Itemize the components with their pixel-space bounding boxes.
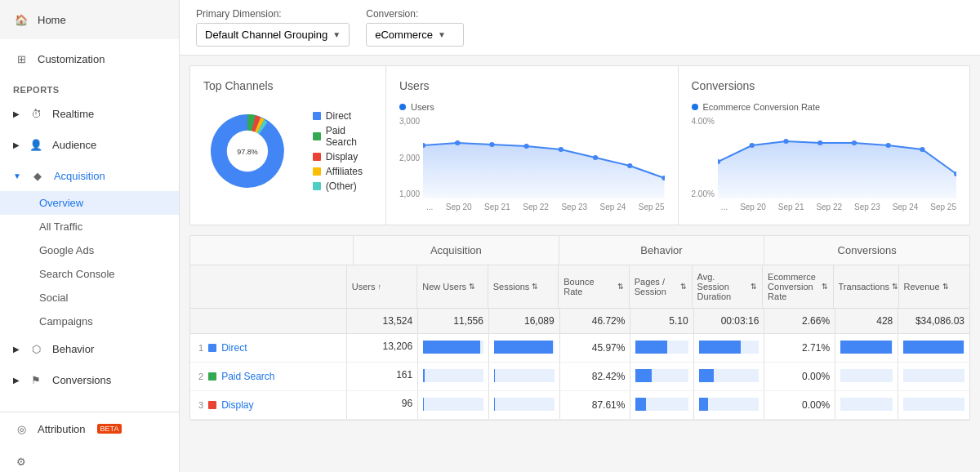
legend-label-affiliates: Affiliates xyxy=(326,166,363,177)
col-h-conversion-rate[interactable]: Ecommerce Conversion Rate ⇅ xyxy=(763,265,833,308)
sidebar-item-behavior[interactable]: ▶ ⬡ Behavior xyxy=(0,333,179,364)
conversion-group: Conversion: eCommerce ▼ xyxy=(366,8,464,47)
users-dot xyxy=(399,104,406,110)
sort-conversion-icon: ⇅ xyxy=(822,283,828,291)
conversions-dot xyxy=(692,104,698,110)
sidebar-item-realtime[interactable]: ▶ ⏱ Realtime xyxy=(0,98,179,129)
x-label-sep23: Sep 23 xyxy=(561,203,587,212)
total-conversion: 2.66% xyxy=(764,309,835,333)
col-h-avg-session[interactable]: Avg. Session Duration ⇅ xyxy=(693,265,763,308)
legend-dot-paid-search xyxy=(313,132,321,140)
channel-cell-paid-search: 2 Paid Search xyxy=(190,363,347,390)
col-bounce-label: Bounce Rate xyxy=(564,277,614,296)
direct-bounce: 45.97% xyxy=(560,334,631,362)
legend-dot-affiliates xyxy=(313,167,321,176)
sort-avg-icon: ⇅ xyxy=(751,283,757,291)
conversion-dropdown[interactable]: eCommerce ▼ xyxy=(366,23,464,47)
channel-link-paid-search[interactable]: Paid Search xyxy=(221,371,274,382)
col-h-new-users[interactable]: New Users ⇅ xyxy=(417,265,488,308)
sidebar-sub-search-console[interactable]: Search Console xyxy=(0,262,179,286)
svg-point-6 xyxy=(523,144,528,149)
total-transactions: 428 xyxy=(835,309,898,333)
col-users-label: Users xyxy=(352,282,376,292)
direct-avg-bar xyxy=(694,334,765,362)
sidebar-item-conversions[interactable]: ▶ ⚑ Conversions xyxy=(0,364,179,395)
sort-sessions-icon: ⇅ xyxy=(532,283,538,291)
col-h-users[interactable]: Users ↑ xyxy=(347,265,417,308)
conversions-svg-wrapper: ... Sep 20 Sep 21 Sep 22 Sep 23 Sep 24 S… xyxy=(718,117,956,212)
col-sessions-label: Sessions xyxy=(493,282,530,292)
table-column-headers: Users ↑ New Users ⇅ Sessions ⇅ Bounce Ra… xyxy=(190,265,969,309)
users-chart-panel: Users Users 3,000 2,000 1,000 xyxy=(386,66,679,225)
col-h-revenue[interactable]: Revenue ⇅ xyxy=(899,265,969,308)
col-h-sessions[interactable]: Sessions ⇅ xyxy=(488,265,559,308)
sidebar-sub-google-ads[interactable]: Google Ads xyxy=(0,238,179,262)
chevron-right-icon-conversions: ▶ xyxy=(13,376,20,385)
col-h-transactions[interactable]: Transactions ⇅ xyxy=(834,265,899,308)
x-label-sep25: Sep 25 xyxy=(639,203,665,212)
dimension-dropdown[interactable]: Default Channel Grouping ▼ xyxy=(196,23,350,47)
display-users: 96 xyxy=(347,391,418,419)
sidebar-item-audience[interactable]: ▶ 👤 Audience xyxy=(0,129,179,160)
users-chart-content: 3,000 2,000 1,000 xyxy=(399,117,665,212)
table-section-headers: Acquisition Behavior Conversions xyxy=(190,236,969,265)
sort-bounce-icon: ⇅ xyxy=(617,283,624,291)
audience-icon: 👤 xyxy=(28,136,44,153)
paid-search-new-users-bar xyxy=(418,363,489,390)
channel-link-display[interactable]: Display xyxy=(221,399,253,411)
svg-point-15 xyxy=(852,140,857,145)
users-y-axis: 3,000 2,000 1,000 xyxy=(399,117,420,198)
rank-display: 3 xyxy=(198,400,203,410)
paid-search-users: 161 xyxy=(347,363,418,390)
conversions-section-header: Conversions xyxy=(764,236,969,265)
chevron-right-icon-behavior: ▶ xyxy=(13,345,20,354)
channel-link-direct[interactable]: Direct xyxy=(221,342,247,354)
acquisition-icon: ◆ xyxy=(29,167,46,184)
col-revenue-label: Revenue xyxy=(904,282,940,292)
svg-point-16 xyxy=(885,143,890,148)
total-users: 13,524 xyxy=(347,309,418,333)
x-label-sep22: Sep 22 xyxy=(523,203,549,212)
cx-label-dots: ... xyxy=(721,203,728,212)
acquisition-label: Acquisition xyxy=(54,170,105,182)
display-transactions-bar xyxy=(835,391,898,419)
sidebar-sub-all-traffic[interactable]: All Traffic xyxy=(0,215,179,238)
svg-point-14 xyxy=(817,140,822,145)
sidebar-item-acquisition[interactable]: ▼ ◆ Acquisition xyxy=(0,160,179,191)
dropdown-arrow-icon: ▼ xyxy=(332,30,341,39)
direct-users: 13,206 xyxy=(347,334,418,362)
sidebar-item-settings[interactable]: ⚙ xyxy=(0,445,179,472)
legend-display: Display xyxy=(313,151,372,163)
col-h-pages[interactable]: Pages / Session ⇅ xyxy=(630,265,693,308)
svg-point-4 xyxy=(455,140,460,145)
sidebar-sub-campaigns[interactable]: Campaigns xyxy=(0,309,179,333)
home-icon: 🏠 xyxy=(13,11,29,28)
sort-transactions-icon: ⇅ xyxy=(892,283,898,291)
legend-label-other: (Other) xyxy=(326,180,357,192)
conversions-label: Conversions xyxy=(52,374,111,386)
cx-label-sep24: Sep 24 xyxy=(893,203,919,212)
top-channels-panel: Top Channels 97.8% Direct xyxy=(190,66,386,225)
total-sessions: 16,089 xyxy=(489,309,560,333)
svg-point-5 xyxy=(489,142,494,147)
sidebar-sub-social[interactable]: Social xyxy=(0,286,179,309)
users-legend-label: Users xyxy=(411,102,434,112)
dimension-value: Default Channel Grouping xyxy=(205,29,327,41)
sidebar-item-attribution[interactable]: ◎ Attribution BETA xyxy=(0,412,179,445)
direct-revenue-bar xyxy=(898,334,969,362)
legend-label-direct: Direct xyxy=(326,110,351,122)
chevron-right-icon-audience: ▶ xyxy=(13,140,20,149)
col-h-bounce-rate[interactable]: Bounce Rate ⇅ xyxy=(559,265,629,308)
y-label-3000: 3,000 xyxy=(399,117,420,126)
total-bounce: 46.72% xyxy=(560,309,631,333)
channel-cell-direct: 1 Direct xyxy=(190,334,347,362)
sidebar-item-home[interactable]: 🏠 Home xyxy=(0,0,179,39)
sidebar-item-customization[interactable]: ⊞ Customization xyxy=(0,39,179,78)
users-svg-wrapper: ... Sep 20 Sep 21 Sep 22 Sep 23 Sep 24 S… xyxy=(423,117,664,212)
col-pages-label: Pages / Session xyxy=(635,277,678,296)
display-revenue-bar xyxy=(898,391,969,419)
paid-search-conversion: 0.00% xyxy=(764,363,835,390)
chevron-down-icon: ▼ xyxy=(13,171,21,180)
sidebar-sub-overview[interactable]: Overview xyxy=(0,191,179,215)
svg-point-8 xyxy=(593,155,598,160)
